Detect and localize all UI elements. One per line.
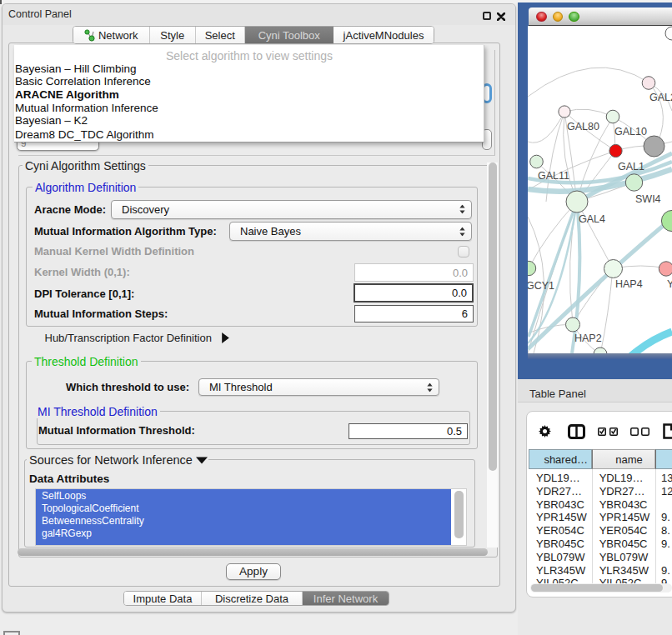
svg-text:SWI4: SWI4 xyxy=(635,193,661,205)
svg-text:GAL1: GAL1 xyxy=(618,161,644,172)
svg-text:GAL10: GAL10 xyxy=(614,126,647,138)
svg-text:GAL11: GAL11 xyxy=(538,170,569,182)
svg-text:GAL4: GAL4 xyxy=(579,213,605,225)
svg-text:HAP2: HAP2 xyxy=(574,332,602,344)
svg-text:GCY1: GCY1 xyxy=(528,280,554,292)
svg-text:HAP4: HAP4 xyxy=(615,278,643,290)
svg-text:GAL2: GAL2 xyxy=(649,92,672,103)
svg-text:GAL80: GAL80 xyxy=(567,121,599,132)
svg-text:Y: Y xyxy=(667,278,672,290)
